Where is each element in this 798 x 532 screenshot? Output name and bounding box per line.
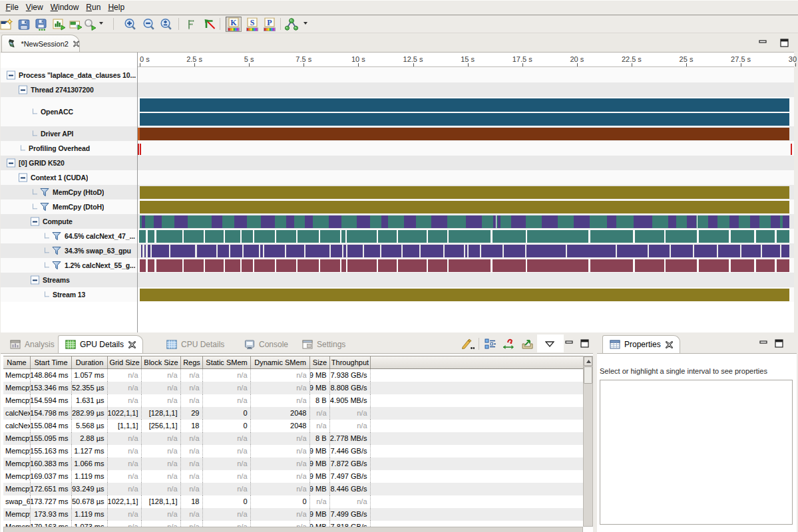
timeline-interval[interactable] [718, 245, 740, 257]
timeline-interval[interactable] [148, 230, 154, 243]
table-row[interactable]: Memcpy HtoD [async]153.346 ms952.355 µsn… [3, 382, 583, 394]
timeline-interval[interactable] [431, 215, 447, 228]
table-row[interactable]: Memcpy DtoH [async]155.163 ms1.127 msn/a… [3, 445, 583, 458]
timeline-interval[interactable] [140, 186, 789, 199]
timeline-interval[interactable] [140, 144, 141, 155]
table-row[interactable]: swap_63_gpu173.727 ms150.678 µs[1022,1,1… [3, 495, 583, 508]
process-coloring-button[interactable]: P [262, 17, 278, 32]
timeline-interval[interactable] [148, 245, 150, 257]
timeline-interval[interactable] [466, 215, 482, 228]
timeline-interval[interactable] [242, 230, 253, 243]
table-row[interactable]: Memcpy HtoD [async]148.864 ms1.057 msn/a… [3, 369, 583, 382]
timeline-row-label[interactable]: 1.2% calcNext_55_g... [65, 261, 135, 269]
timeline-interval[interactable] [140, 289, 789, 301]
timeline-interval[interactable] [205, 259, 224, 272]
zoom-select-dropdown[interactable] [99, 22, 103, 25]
timeline-interval[interactable] [174, 215, 188, 228]
timeline-row-label[interactable]: Process "laplace_data_clauses 10... [19, 71, 136, 79]
timeline-interval[interactable] [527, 259, 588, 272]
zoom-fit-button[interactable] [158, 17, 174, 32]
column-header-dynamic-smem[interactable]: Dynamic SMem [251, 356, 310, 368]
timeline-interval[interactable] [783, 215, 789, 228]
timeline-interval[interactable] [218, 245, 229, 257]
timeline-interval[interactable] [777, 259, 789, 272]
timeline-interval[interactable] [526, 245, 566, 257]
timeline-interval[interactable] [697, 215, 698, 228]
table-row[interactable]: Memcpy HtoD [async]154.594 ms1.631 µsn/a… [3, 394, 583, 407]
timeline-interval[interactable] [381, 245, 401, 257]
run-analysis-button[interactable] [284, 17, 299, 32]
timeline-interval[interactable] [341, 259, 346, 272]
timeline-interval[interactable] [184, 259, 204, 272]
edit-columns-icon[interactable] [461, 338, 475, 350]
timeline-interval[interactable] [445, 245, 464, 257]
timeline-row-label[interactable]: MemCpy (HtoD) [53, 188, 104, 196]
timeline-interval[interactable] [347, 245, 363, 257]
timeline-interval[interactable] [781, 245, 789, 257]
timeline-interval[interactable] [493, 230, 526, 243]
table-row[interactable]: Memcpy HtoD [async]173.93 ms1.119 msn/an… [3, 508, 583, 521]
timeline-interval[interactable] [234, 215, 247, 228]
timeline-interval[interactable] [756, 259, 775, 272]
minimize-icon[interactable] [759, 339, 768, 348]
timeline-interval[interactable] [286, 245, 304, 257]
timeline-interval[interactable] [449, 230, 491, 243]
menu-view[interactable]: View [22, 1, 47, 15]
timeline-interval[interactable] [331, 245, 342, 257]
menu-run[interactable]: Run [83, 1, 104, 15]
zoom-out-button[interactable] [141, 17, 157, 32]
tab-gpu-details[interactable]: GPU Details [58, 335, 143, 353]
timeline-interval[interactable] [212, 215, 222, 228]
maximize-icon[interactable] [775, 339, 783, 348]
timeline-interval[interactable] [378, 259, 397, 272]
timeline-row-label[interactable]: Driver API [41, 130, 73, 138]
filter-funnel-icon[interactable] [40, 203, 49, 211]
table-row[interactable]: Memcpy DtoH [async]172.651 ms993.249 µsn… [3, 483, 583, 495]
timeline-interval[interactable] [381, 215, 388, 228]
timeline-interval[interactable] [276, 259, 296, 272]
timeline-interval[interactable] [493, 259, 526, 272]
export-chart-button[interactable] [51, 17, 67, 32]
timeline-row-label[interactable]: MemCpy (DtoH) [53, 203, 104, 211]
timeline-row-label[interactable]: Context 1 (CUDA) [31, 174, 88, 182]
timeline-interval[interactable] [357, 215, 370, 228]
collapse-expander-icon[interactable] [19, 86, 27, 94]
stream-coloring-button[interactable]: S [244, 17, 260, 32]
collapse-expander-icon[interactable] [19, 174, 27, 182]
timeline-interval[interactable] [154, 215, 162, 228]
close-icon[interactable] [128, 341, 136, 348]
timeline-interval[interactable] [542, 215, 558, 228]
timeline-interval[interactable] [498, 215, 500, 228]
timeline-interval[interactable] [152, 245, 169, 257]
timeline-interval[interactable] [140, 201, 789, 213]
timeline-interval[interactable] [481, 245, 502, 257]
timeline-row-label[interactable]: Profiling Overhead [29, 144, 90, 152]
timeline-interval[interactable] [567, 245, 616, 257]
timeline-row-label[interactable]: Streams [43, 276, 70, 284]
timeline-interval[interactable] [511, 215, 526, 228]
prev-marker-button[interactable] [183, 17, 199, 32]
timeline-row-label[interactable]: 64.5% calcNext_47_... [65, 232, 135, 240]
timeline-interval[interactable] [148, 259, 154, 272]
timeline-interval[interactable] [574, 215, 590, 228]
maximize-icon[interactable] [580, 339, 589, 348]
timeline-interval[interactable] [298, 230, 319, 243]
minimize-icon[interactable] [565, 339, 574, 348]
scroll-up-button[interactable] [584, 356, 592, 366]
timeline-interval[interactable] [364, 245, 380, 257]
menu-window[interactable]: Window [47, 1, 83, 15]
tab-cpu-details[interactable]: CPU Details [162, 335, 228, 353]
free-camera-button[interactable] [83, 17, 99, 32]
collapse-expander-icon[interactable] [31, 217, 39, 226]
timeline-interval[interactable] [347, 259, 377, 272]
timeline-interval[interactable] [756, 230, 775, 243]
timeline-interval[interactable] [140, 113, 789, 126]
timeline-interval[interactable] [649, 245, 670, 257]
maximize-icon[interactable] [780, 39, 789, 47]
timeline-interval[interactable] [320, 259, 340, 272]
timeline-interval[interactable] [635, 230, 664, 243]
timeline-interval[interactable] [138, 144, 139, 155]
close-icon[interactable] [666, 341, 673, 348]
column-header-grid-size[interactable]: Grid Size [108, 356, 142, 368]
table-row[interactable]: Memcpy DtoH [async]155.095 ms2.88 µsn/an… [3, 432, 583, 445]
